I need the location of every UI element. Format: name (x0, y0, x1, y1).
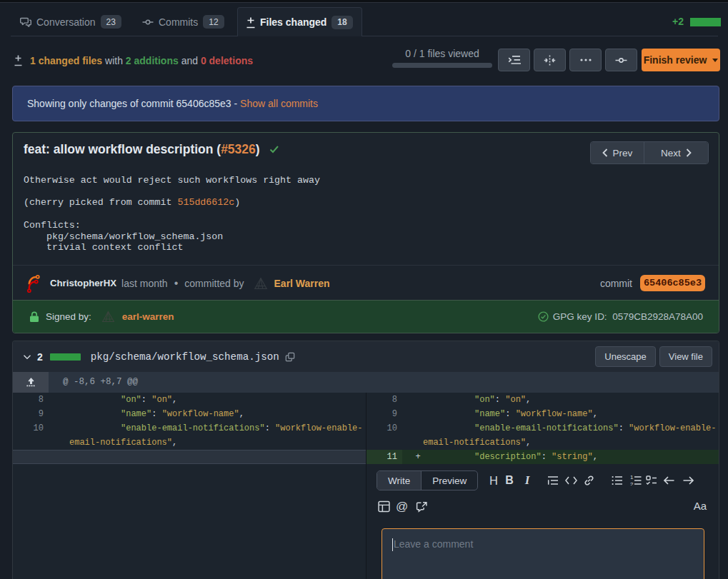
svg-text:2: 2 (630, 481, 634, 486)
svg-text:1: 1 (630, 475, 634, 480)
